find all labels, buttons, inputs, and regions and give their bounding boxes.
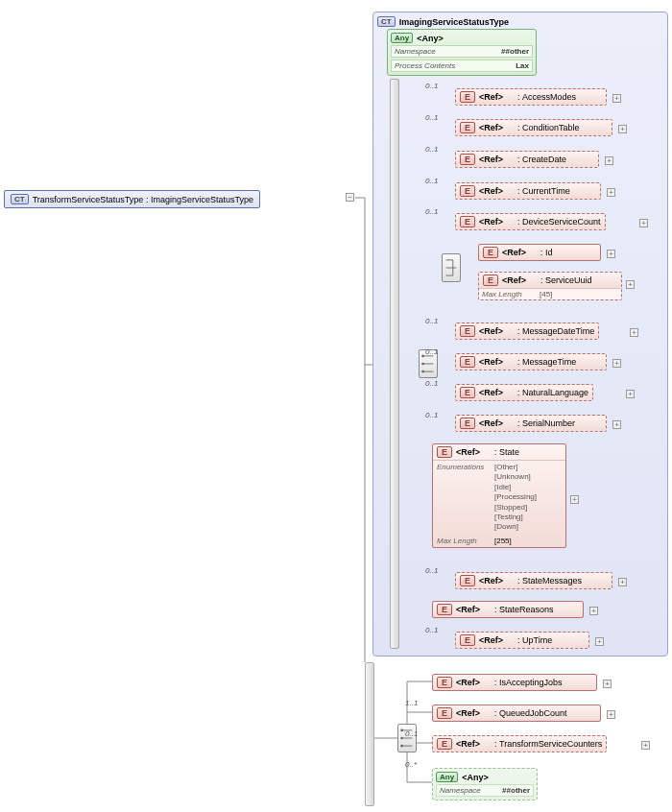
ref-is-accepting-jobs[interactable]: E<Ref>: IsAcceptingJobs: [432, 674, 597, 691]
group-title: ImagingServiceStatusType: [399, 17, 509, 27]
sequence-bar-inner: [390, 79, 399, 649]
ref-service-uuid[interactable]: E<Ref>: ServiceUuid Max Length[45]: [478, 272, 622, 300]
any-bottom: Any<Any> Namespace##other: [432, 768, 538, 800]
card-label: 0..*: [405, 760, 417, 769]
element-icon: E: [460, 325, 475, 337]
state-max-length: Max Length[255]: [433, 535, 565, 547]
any-namespace: Namespace##other: [391, 45, 533, 58]
ref-access-modes[interactable]: E<Ref>: AccessModes: [455, 88, 607, 106]
card-label: 0..1: [425, 626, 438, 634]
svg-point-5: [421, 370, 424, 373]
card-label: 0..1: [425, 82, 438, 90]
expand-toggle[interactable]: +: [618, 125, 627, 133]
ref-id[interactable]: E<Ref>: Id: [478, 244, 601, 261]
expand-toggle[interactable]: +: [595, 637, 604, 646]
svg-point-14: [400, 729, 403, 732]
element-icon: E: [460, 418, 475, 429]
any-top: Any<Any> Namespace##other Process Conten…: [387, 29, 537, 76]
ct-icon: CT: [377, 16, 396, 27]
card-label: 0..1: [425, 177, 438, 185]
expand-toggle[interactable]: +: [612, 94, 621, 103]
any-icon: Any: [391, 33, 413, 43]
ref-natural-language[interactable]: E<Ref>: NaturalLanguage: [455, 384, 593, 401]
expand-toggle[interactable]: −: [346, 193, 354, 202]
ref-message-date-time[interactable]: E<Ref>: MessageDateTime: [455, 322, 599, 340]
any-process-contents: Process ContentsLax: [391, 60, 533, 72]
card-label: 0..1: [425, 347, 438, 356]
expand-toggle[interactable]: +: [607, 710, 615, 719]
element-icon: E: [437, 446, 452, 458]
ref-serial-number[interactable]: E<Ref>: SerialNumber: [455, 415, 607, 432]
group-header: CT ImagingServiceStatusType: [377, 16, 663, 27]
element-icon: E: [460, 154, 475, 165]
ref-condition-table[interactable]: E<Ref>: ConditionTable: [455, 119, 612, 136]
ref-queued-job-count[interactable]: E<Ref>: QueuedJobCount: [432, 705, 601, 722]
element-icon: E: [437, 707, 452, 719]
element-icon: E: [460, 634, 475, 646]
ref-message-time[interactable]: E<Ref>: MessageTime: [455, 353, 607, 370]
card-label: 1..1: [405, 699, 418, 707]
element-icon: E: [483, 247, 498, 258]
element-icon: E: [437, 738, 452, 750]
element-icon: E: [437, 677, 452, 688]
sequence-bar-outer: [365, 662, 374, 806]
ref-state-reasons[interactable]: E<Ref>: StateReasons: [432, 601, 584, 618]
element-icon: E: [460, 575, 475, 586]
element-icon: E: [483, 275, 498, 286]
root-label: TransformServiceStatusType : ImagingServ…: [33, 195, 253, 204]
card-label: 0..1: [425, 411, 438, 419]
choice-compositor-id: [442, 253, 461, 282]
expand-toggle[interactable]: +: [626, 280, 635, 289]
expand-toggle[interactable]: +: [639, 219, 648, 227]
card-label: 0..1: [425, 207, 438, 216]
element-icon: E: [460, 356, 475, 368]
ref-current-time[interactable]: E<Ref>: CurrentTime: [455, 182, 601, 200]
element-icon: E: [460, 185, 475, 197]
ct-icon: CT: [11, 194, 29, 204]
any-label: <Any>: [462, 773, 489, 782]
expand-toggle[interactable]: +: [605, 156, 613, 165]
expand-toggle[interactable]: +: [570, 495, 579, 504]
card-label: 0..1: [425, 317, 438, 325]
expand-toggle[interactable]: +: [626, 390, 635, 398]
element-icon: E: [460, 387, 475, 398]
svg-point-16: [400, 745, 403, 748]
ref-up-time[interactable]: E<Ref>: UpTime: [455, 632, 589, 649]
element-icon: E: [437, 604, 452, 615]
card-label: 0..1: [425, 145, 438, 154]
expand-toggle[interactable]: +: [607, 250, 615, 258]
expand-toggle[interactable]: +: [603, 680, 612, 688]
card-label: 0..1: [405, 729, 418, 738]
expand-toggle[interactable]: +: [641, 741, 650, 750]
ref-state-messages[interactable]: E<Ref>: StateMessages: [455, 572, 612, 589]
element-icon: E: [460, 91, 475, 103]
expand-toggle[interactable]: +: [607, 188, 615, 197]
ref-meta-maxlength: Max Length[45]: [479, 288, 621, 299]
root-complex-type[interactable]: CT TransformServiceStatusType : ImagingS…: [4, 190, 260, 208]
state-enum-values: [Other][Unknown][Idle][Processing][Stopp…: [494, 463, 537, 533]
svg-point-15: [400, 737, 403, 740]
svg-point-4: [421, 363, 424, 366]
expand-toggle[interactable]: +: [612, 359, 621, 368]
any-namespace: Namespace##other: [436, 784, 534, 797]
card-label: 0..1: [425, 566, 438, 575]
expand-toggle[interactable]: +: [612, 420, 621, 429]
expand-toggle[interactable]: +: [630, 328, 638, 337]
any-label: <Any>: [417, 34, 444, 43]
sequence-compositor-outer: [397, 724, 417, 752]
card-label: 0..1: [425, 113, 438, 122]
expand-toggle[interactable]: +: [618, 578, 627, 586]
svg-point-3: [421, 355, 424, 358]
state-enumerations: Enumerations [Other][Unknown][Idle][Proc…: [433, 461, 565, 535]
card-label: 0..1: [425, 379, 438, 388]
ref-create-date[interactable]: E<Ref>: CreateDate: [455, 151, 599, 168]
ref-transform-service-counters[interactable]: E<Ref>: TransformServiceCounters: [432, 735, 607, 752]
ref-state[interactable]: E<Ref>: State Enumerations [Other][Unkno…: [432, 443, 566, 548]
ref-device-service-count[interactable]: E<Ref>: DeviceServiceCount: [455, 213, 606, 230]
element-icon: E: [460, 122, 475, 133]
any-icon: Any: [436, 772, 458, 782]
element-icon: E: [460, 216, 475, 227]
expand-toggle[interactable]: +: [589, 607, 598, 615]
